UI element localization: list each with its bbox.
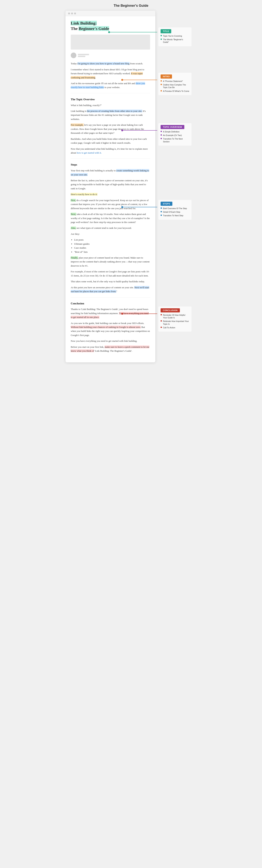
steps-first: First, do a Google search for your targe… — [71, 198, 150, 210]
steps-next: Next, take a look at all of the top 10 r… — [71, 212, 150, 224]
conclusion-heading: Conclusion — [71, 301, 150, 306]
article-title-section: Link Building: The Beginner's Guide — [71, 21, 150, 31]
list-item: List posts — [74, 238, 150, 242]
topic-ann-card: TOPIC OVERVIEW A Simple Definition An Ex… — [158, 123, 192, 146]
intro-p3: And in this no-nonsense guide I'll cut o… — [71, 82, 150, 89]
title-ann-item-2: The Words "Beginner's Guide" — [161, 38, 190, 43]
intro-p2: I remember when I first started to learn… — [71, 67, 150, 80]
topic-overview-p5: Now that you understand what link buildi… — [71, 147, 150, 155]
conclusion-ann-item-3: Call-To-Action — [161, 326, 190, 329]
conclusion-dot-1 — [161, 314, 162, 315]
steps-box1: Here's exactly how to do it: — [71, 192, 150, 196]
steps-annotation: STEPS Brief Overview Of The Step Detail … — [158, 199, 192, 220]
steps-dot-3 — [161, 215, 162, 216]
topic-dot-1 — [161, 131, 162, 132]
intro-ann-item-2: Outline How Complex The Topic Can Be — [161, 84, 190, 89]
author-date-line — [78, 56, 85, 57]
conclusion-highlight-2: Without link building your chances of ra… — [71, 326, 141, 329]
steps-finally: Finally, plan your piece of content base… — [71, 256, 150, 268]
topic-ann-label: TOPIC OVERVIEW — [161, 125, 184, 129]
conclusion-ann-item-1: Reminder Of How Helpful Your Guide Is — [161, 314, 190, 319]
steps-heading: Steps — [71, 162, 150, 167]
divider-2 — [71, 158, 150, 159]
browser-window: Link Building: The Beginner's Guide — [65, 11, 155, 362]
article-main-title: Link Building: The Beginner's Guide — [71, 21, 150, 31]
intro-p1: Today I'm going to show you how to grow … — [71, 62, 150, 65]
intro-dot-1 — [161, 80, 162, 82]
topic-overview-p1: What is link building, exactly?" — [71, 103, 150, 107]
conclusion-ann-label: CONCLUSION — [161, 308, 180, 312]
steps-p1: Your first step with link building is ac… — [71, 168, 150, 177]
list-item: "Best of" lists — [74, 250, 150, 254]
title-annotation: TITLE Topic You're Covering The Words "B… — [158, 27, 192, 46]
browser-bar — [65, 11, 155, 16]
topic-ann-item-1: A Simple Definition — [161, 130, 190, 133]
steps-ann-item-2: Detail Of Each Step — [161, 211, 190, 213]
intro-ann-label: INTRO — [161, 74, 172, 79]
steps-first-label: First, — [71, 199, 76, 202]
list-item: Ultimate guides — [74, 242, 150, 246]
conclusion-p4: Before you start on your first link, mak… — [71, 345, 150, 353]
steps-ann-card: STEPS Brief Overview Of The Step Detail … — [158, 199, 192, 220]
steps-ann-label: STEPS — [161, 202, 172, 206]
title-ann-card: TITLE Topic You're Covering The Words "B… — [158, 27, 192, 46]
topic-overview-heading: The Topic Overview — [71, 97, 150, 102]
steps-p2: Before the fact is, unless you have a pi… — [71, 179, 150, 190]
conclusion-dot-2 — [161, 320, 162, 321]
conclusion-annotation: CONCLUSION Reminder Of How Helpful Your … — [158, 306, 192, 332]
list-item: Case studies — [74, 246, 150, 250]
browser-dot-1 — [68, 12, 70, 14]
topic-overview-p2: Link building is the process of creating… — [71, 109, 150, 121]
topic-annotation: TOPIC OVERVIEW A Simple Definition An Ex… — [158, 123, 192, 146]
browser-dot-3 — [74, 12, 76, 14]
steps-ann-item-1: Brief Overview Of The Step — [161, 207, 190, 210]
steps-dot-2 — [161, 211, 162, 212]
title-dot-1 — [161, 35, 162, 36]
intro-ann-item-3: A Preview Of What's To Come — [161, 90, 190, 92]
topic-highlight-2: For example, — [71, 123, 84, 126]
author-avatar — [71, 53, 76, 58]
title-ann-label: TITLE — [161, 29, 171, 33]
intro-highlight-1: I'm going to show you how to grow a bran… — [78, 62, 130, 65]
divider-3 — [71, 297, 150, 298]
intro-dot-2 — [161, 84, 162, 85]
topic-highlight-1: the process of creating links from other… — [87, 110, 142, 113]
steps-box1-text: Here's exactly how to do it: — [71, 193, 97, 196]
intro-dot-3 — [161, 90, 162, 91]
title-ann-item-1: Topic You're Covering — [161, 35, 190, 37]
divider-1 — [71, 93, 150, 93]
conclusion-p2: As you saw in the guide, link building c… — [71, 321, 150, 337]
steps-finally-label: Finally, — [71, 256, 78, 259]
intro-annotation: INTRO A "Promise Statement" Outline How … — [158, 72, 192, 95]
conclusion-p3: Now you have everything you need to get … — [71, 339, 150, 343]
steps-example: For example, if most of the content on G… — [71, 270, 150, 278]
steps-point: At this point you have an awesome piece … — [71, 285, 150, 293]
topic-ann-item-2: An Example (Or Two) — [161, 134, 190, 136]
steps-takes: This takes some work, but it's the only … — [71, 279, 150, 283]
steps-list: List posts Ultimate guides Case studies … — [74, 238, 150, 254]
steps-dot-1 — [161, 208, 162, 209]
title-highlight-2: Beginner's Guide — [79, 26, 109, 31]
topic-dot-3 — [161, 138, 162, 139]
steps-arethey: Are they: — [71, 232, 150, 236]
topic-ann-item-3: Transition To The Next Section — [161, 137, 190, 143]
content-area: Link Building: The Beginner's Guide — [65, 16, 155, 353]
steps-also-label: Also, — [71, 226, 76, 229]
conclusion-ann-card: CONCLUSION Reminder Of How Helpful Your … — [158, 306, 192, 332]
intro-section: Today I'm going to show you how to grow … — [71, 62, 150, 353]
conclusion-dot-3 — [161, 327, 162, 328]
topic-dot-2 — [161, 134, 162, 135]
conclusion-ann-item-2: Reiterate How Important Your Topic Is — [161, 320, 190, 325]
intro-ann-item-1: A "Promise Statement" — [161, 80, 190, 83]
browser-dot-2 — [71, 12, 73, 14]
author-row — [71, 53, 150, 58]
article-image — [71, 35, 150, 50]
author-info — [78, 54, 89, 57]
page-title: The Beginner's Guide — [114, 4, 148, 8]
topic-link[interactable]: how to get started with it. — [77, 151, 101, 154]
author-name-line — [78, 54, 89, 55]
title-highlight-1: Link Building: — [71, 21, 97, 26]
conclusion-p1: Thanks to 'Link Building: The Beginner's… — [71, 307, 150, 319]
topic-overview-p3: For example, let's say you have a page o… — [71, 123, 150, 135]
title-dot-2 — [161, 38, 162, 40]
